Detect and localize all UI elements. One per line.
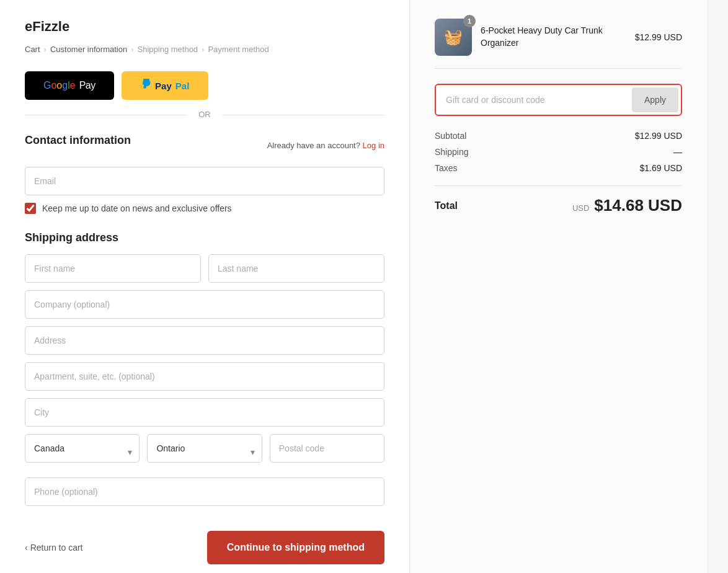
phone-input[interactable] (25, 477, 384, 506)
shipping-row: Shipping — (435, 147, 682, 157)
total-row: Total USD $14.68 USD (435, 185, 682, 215)
paypal-button[interactable]: PayPal (122, 71, 208, 100)
product-row: 🧺 1 6-Pocket Heavy Duty Car Trunk Organi… (435, 19, 682, 69)
apartment-input[interactable] (25, 362, 384, 391)
subtotal-value: $12.99 USD (635, 131, 682, 141)
g-icon: Google (43, 80, 76, 91)
product-badge: 1 (463, 15, 476, 27)
newsletter-checkbox[interactable] (25, 203, 36, 214)
province-select[interactable]: Ontario British Columbia Quebec (147, 434, 262, 463)
store-logo: eFizzle (25, 19, 384, 35)
sep-2: › (131, 45, 133, 54)
breadcrumb-payment-method: Payment method (208, 45, 269, 54)
company-group (25, 290, 384, 319)
footer-actions: ‹ Return to cart Continue to shipping me… (25, 521, 384, 564)
breadcrumb-shipping-method: Shipping method (138, 45, 198, 54)
or-divider: OR (25, 110, 384, 119)
return-to-cart-button[interactable]: ‹ Return to cart (25, 543, 83, 553)
chevron-left-icon: ‹ (25, 543, 28, 553)
country-select[interactable]: Canada United States (25, 434, 140, 463)
discount-code-input[interactable] (438, 87, 626, 112)
province-select-wrapper: Ontario British Columbia Quebec (147, 434, 262, 470)
city-group (25, 398, 384, 427)
city-input[interactable] (25, 398, 384, 427)
subtotal-row: Subtotal $12.99 USD (435, 131, 682, 141)
product-info: 6-Pocket Heavy Duty Car Trunk Organizer (481, 25, 626, 49)
country-select-wrapper: Canada United States (25, 434, 140, 470)
product-image-wrapper: 🧺 1 (435, 19, 472, 56)
sep-1: › (44, 45, 47, 54)
postal-code-group (270, 434, 384, 463)
paypal-icon (140, 79, 151, 92)
first-name-group (25, 254, 201, 283)
phone-group (25, 477, 384, 506)
express-payment-buttons: Google Pay PayPal (25, 71, 384, 100)
email-group (25, 167, 384, 195)
login-link[interactable]: Log in (363, 141, 384, 150)
address-input[interactable] (25, 326, 384, 355)
email-input[interactable] (25, 167, 384, 195)
taxes-label: Taxes (435, 163, 458, 173)
already-have-account: Already have an account? Log in (267, 141, 384, 150)
gpay-button[interactable]: Google Pay (25, 71, 114, 100)
breadcrumb: Cart › Customer information › Shipping m… (25, 45, 384, 54)
apartment-group (25, 362, 384, 391)
address-group (25, 326, 384, 355)
postal-code-input[interactable] (270, 434, 384, 463)
apply-discount-button[interactable]: Apply (632, 87, 678, 112)
shipping-value: — (673, 147, 682, 157)
newsletter-checkbox-row: Keep me up to date on news and exclusive… (25, 203, 384, 214)
continue-to-shipping-button[interactable]: Continue to shipping method (207, 531, 384, 564)
first-name-input[interactable] (25, 254, 201, 283)
subtotal-label: Subtotal (435, 131, 466, 141)
total-value-group: USD $14.68 USD (572, 196, 682, 215)
total-label: Total (435, 200, 458, 211)
order-summary: Subtotal $12.99 USD Shipping — Taxes $1.… (435, 131, 682, 173)
contact-section-title: Contact information (25, 134, 131, 147)
shipping-label: Shipping (435, 147, 469, 157)
gpay-text: Pay (79, 80, 95, 91)
shipping-section-title: Shipping address (25, 231, 384, 244)
product-name: 6-Pocket Heavy Duty Car Trunk Organizer (481, 25, 626, 49)
last-name-group (208, 254, 384, 283)
address-bottom-row: Canada United States Ontario British Col… (25, 434, 384, 470)
product-price: $12.99 USD (635, 32, 682, 42)
last-name-input[interactable] (208, 254, 384, 283)
discount-code-area: Apply (435, 84, 682, 116)
breadcrumb-customer-information[interactable]: Customer information (50, 45, 127, 54)
sep-3: › (202, 45, 204, 54)
paypal-text: Pay (155, 81, 172, 91)
total-currency: USD (572, 203, 589, 213)
company-input[interactable] (25, 290, 384, 319)
taxes-row: Taxes $1.69 USD (435, 163, 682, 173)
taxes-value: $1.69 USD (640, 163, 682, 173)
newsletter-label[interactable]: Keep me up to date on news and exclusive… (42, 203, 232, 213)
breadcrumb-cart[interactable]: Cart (25, 45, 40, 54)
total-amount: $14.68 USD (594, 196, 682, 215)
